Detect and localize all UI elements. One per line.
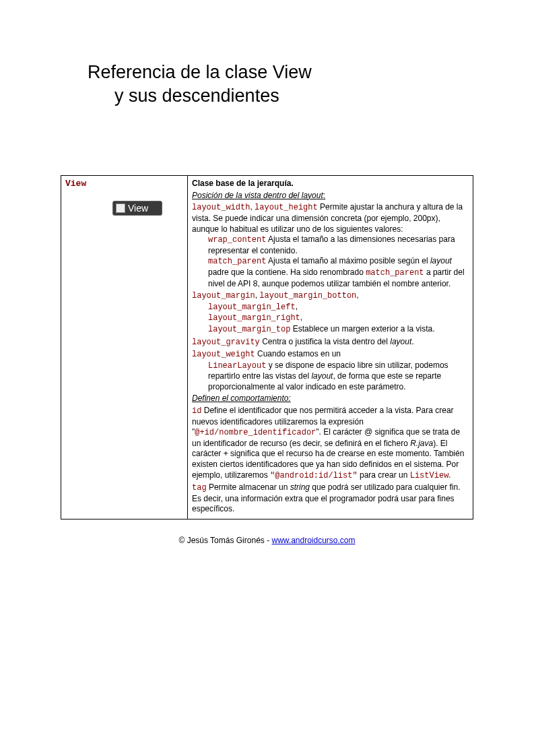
section-text: Posición de la vista dentro del — [192, 191, 302, 200]
copyright: © Jesús Tomás Gironés - — [178, 536, 271, 545]
class-cell: View View — [61, 176, 188, 519]
italic-layout: layout — [430, 256, 452, 265]
code-id: id — [192, 406, 201, 416]
code-android-id-list: "@android:id/list" — [270, 471, 358, 480]
text: . — [411, 337, 413, 346]
square-icon — [116, 203, 125, 213]
italic-layout: layout — [390, 337, 411, 346]
attr-body: layout_margin_left, layout_margin_right,… — [192, 302, 469, 336]
page: Referencia de la clase View y sus descen… — [0, 0, 534, 565]
reference-table: View View Clase base de la jerarquía. Po… — [61, 175, 473, 519]
code-wrap-content: wrap_content — [208, 235, 266, 245]
code-layout-margin-botton: layout_margin_botton — [259, 291, 356, 301]
attr-tag: tag Permite almacenar un string que podr… — [192, 482, 469, 515]
code-linearlayout: LinearLayout — [208, 361, 266, 371]
class-heading: Clase base de la jerarquía. — [192, 179, 294, 188]
view-badge-label: View — [128, 202, 148, 214]
attr-id: id Define el identificador que nos permi… — [192, 406, 469, 481]
attr-body: LinearLayout y se dispone de espacio lib… — [192, 360, 469, 393]
footer: © Jesús Tomás Gironés - www.androidcurso… — [61, 536, 473, 545]
text: Establece un margen exterior a la vista. — [290, 324, 434, 334]
code-listview: ListView — [410, 471, 449, 480]
text: Centra o justifica la vista dentro del — [260, 337, 390, 346]
description-cell: Clase base de la jerarquía. Posición de … — [188, 176, 473, 519]
code-layout-height: layout_height — [255, 203, 318, 212]
text: Ajusta el tamaño al máximo posible según… — [266, 256, 430, 265]
class-name: View — [65, 179, 86, 189]
sub-wrap-content: wrap_content Ajusta el tamaño a las dime… — [208, 234, 469, 256]
spacer — [61, 108, 473, 175]
italic-string: string — [290, 482, 310, 492]
code-layout-gravity: layout_gravity — [192, 338, 260, 347]
table-row: View View Clase base de la jerarquía. Po… — [61, 176, 473, 519]
text: Cuando estamos en un — [255, 349, 341, 358]
page-title: Referencia de la clase View y sus descen… — [61, 61, 473, 108]
title-line-2: y sus descendientes — [88, 84, 473, 108]
code-layout-weight: layout_weight — [192, 350, 255, 359]
section-layout-word: layout — [302, 191, 323, 200]
italic-layout: layout — [311, 371, 333, 381]
text: padre que la contiene. Ha sido renombrad… — [208, 267, 366, 277]
code-match-parent-2: match_parent — [366, 268, 424, 278]
italic-rjava: R.java — [410, 439, 433, 448]
attr-layout-weight: layout_weight Cuando estamos en un Linea… — [192, 349, 469, 392]
code-layout-margin-right: layout_margin_right — [208, 313, 300, 323]
title-line-1: Referencia de la clase View — [88, 62, 312, 82]
code-layout-margin-left: layout_margin_left — [208, 303, 296, 312]
attr-body: wrap_content Ajusta el tamaño a las dime… — [192, 234, 469, 289]
section-colon: : — [323, 191, 325, 200]
text: para crear un — [358, 470, 410, 480]
attr-layout-margin: layout_margin, layout_margin_botton, lay… — [192, 290, 469, 335]
code-match-parent: match_parent — [208, 257, 266, 266]
section-position: Posición de la vista dentro del layout: — [192, 191, 469, 201]
attr-layout-wh: layout_width, layout_height Permite ajus… — [192, 202, 469, 289]
sub-match-parent: match_parent Ajusta el tamaño al máximo … — [208, 256, 469, 289]
code-layout-margin: layout_margin — [192, 291, 255, 301]
section-behavior: Definen el comportamiento: — [192, 393, 469, 404]
text: . — [448, 470, 450, 480]
code-id-expr: @+id/nombre_identificador — [195, 428, 316, 437]
code-layout-margin-top: layout_margin_top — [208, 325, 290, 334]
footer-link[interactable]: www.androidcurso.com — [271, 536, 355, 545]
attr-layout-gravity: layout_gravity Centra o justifica la vis… — [192, 337, 469, 348]
code-layout-width: layout_width — [192, 203, 250, 212]
code-tag: tag — [192, 483, 207, 493]
text: Permite almacenar un — [207, 482, 290, 492]
view-badge: View — [112, 201, 162, 216]
